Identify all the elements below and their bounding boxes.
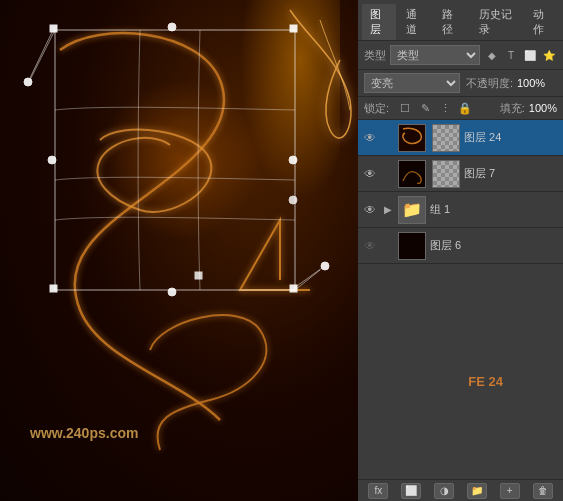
layer-item-24[interactable]: 👁 图层 24 [358,120,563,156]
svg-point-16 [24,78,32,86]
layer-styles-button[interactable]: fx [368,483,388,499]
filter-type-label: 类型 [364,48,386,63]
layer-6-name: 图层 6 [430,238,559,253]
opacity-value[interactable]: 100% [517,77,557,89]
svg-line-17 [294,268,322,288]
blend-opacity-row: 变亮 不透明度: 100% [358,70,563,97]
layer-7-name: 图层 7 [464,166,559,181]
filter-row: 类型 类型 ◆ T ⬜ ⭐ [358,41,563,70]
new-layer-button[interactable]: + [500,483,520,499]
svg-point-9 [168,23,176,31]
tab-channels[interactable]: 通道 [398,4,432,40]
layer-item-group1[interactable]: 👁 ▶ 📁 组 1 [358,192,563,228]
layer-24-mask [432,124,460,152]
layers-bottom-bar: fx ⬜ ◑ 📁 + 🗑 [358,479,563,501]
layer-24-expand [382,130,394,146]
adjustment-layer-button[interactable]: ◑ [434,483,454,499]
group-layers-button[interactable]: 📁 [467,483,487,499]
tab-history[interactable]: 历史记录 [471,4,523,40]
lock-fill-row: 锁定: ☐ ✎ ⋮ 🔒 填充: 100% [358,97,563,120]
group1-visibility[interactable]: 👁 [362,202,378,218]
layer-24-name: 图层 24 [464,130,559,145]
lock-label: 锁定: [364,101,389,116]
svg-point-10 [168,288,176,296]
lock-position-icon[interactable]: ⋮ [437,100,453,116]
svg-line-15 [30,28,54,78]
svg-rect-14 [195,272,202,279]
tab-actions[interactable]: 动作 [525,4,559,40]
svg-line-1 [30,30,55,80]
filter-type-select[interactable]: 类型 [390,45,480,65]
layer-24-thumbnail [398,124,426,152]
watermark-text: www.240ps.com [30,425,138,441]
layer-7-mask [432,160,460,188]
layers-panel: 图层 通道 路径 历史记录 动作 类型 类型 ◆ T ⬜ ⭐ 变亮 [358,0,563,501]
filter-pixel-icon[interactable]: ◆ [484,47,500,63]
group1-name: 组 1 [430,202,559,217]
layers-list: 👁 图层 24 👁 [358,120,563,501]
panel-tabs-row: 图层 通道 路径 历史记录 动作 [358,0,563,41]
canvas-background: www.240ps.com [0,0,360,501]
layer-mask-button[interactable]: ⬜ [401,483,421,499]
svg-point-13 [289,196,297,204]
layer-24-visibility[interactable]: 👁 [362,130,378,146]
svg-line-4 [295,270,320,290]
svg-point-11 [48,156,56,164]
tab-paths[interactable]: 路径 [434,4,468,40]
fill-label: 填充: [500,101,525,116]
tab-layers[interactable]: 图层 [362,4,396,40]
svg-point-12 [289,156,297,164]
svg-point-18 [321,262,329,270]
fill-value[interactable]: 100% [529,102,557,114]
layer-7-expand [382,166,394,182]
layer-7-thumbnail [398,160,426,188]
layer-6-expand [382,238,394,254]
canvas-area: www.240ps.com 图层 通道 路径 历史记录 动作 类型 类型 ◆ T… [0,0,563,501]
layer-item-7[interactable]: 👁 图层 7 [358,156,563,192]
opacity-label: 不透明度: [466,76,513,91]
svg-rect-6 [290,25,297,32]
filter-icons: ◆ T ⬜ ⭐ [484,47,557,63]
layer-6-visibility[interactable]: 👁 [362,238,378,254]
group1-expand[interactable]: ▶ [382,202,394,218]
group1-thumbnail: 📁 [398,196,426,224]
layer-item-6[interactable]: 👁 图层 6 [358,228,563,264]
fill-row: 填充: 100% [500,101,557,116]
lock-all-icon[interactable]: 🔒 [457,100,473,116]
filter-shape-icon[interactable]: ⬜ [522,47,538,63]
svg-rect-20 [399,161,426,188]
fe24-label: FE 24 [468,374,503,389]
svg-rect-7 [50,285,57,292]
filter-text-icon[interactable]: T [503,47,519,63]
svg-rect-21 [399,233,426,260]
lock-transparent-icon[interactable]: ☐ [397,100,413,116]
svg-rect-0 [55,30,295,290]
blend-mode-select[interactable]: 变亮 [364,73,460,93]
layer-6-thumbnail [398,232,426,260]
filter-smart-icon[interactable]: ⭐ [541,47,557,63]
layer-7-visibility[interactable]: 👁 [362,166,378,182]
lock-paint-icon[interactable]: ✎ [417,100,433,116]
svg-rect-8 [290,285,297,292]
delete-layer-button[interactable]: 🗑 [533,483,553,499]
opacity-row: 不透明度: 100% [466,76,557,91]
